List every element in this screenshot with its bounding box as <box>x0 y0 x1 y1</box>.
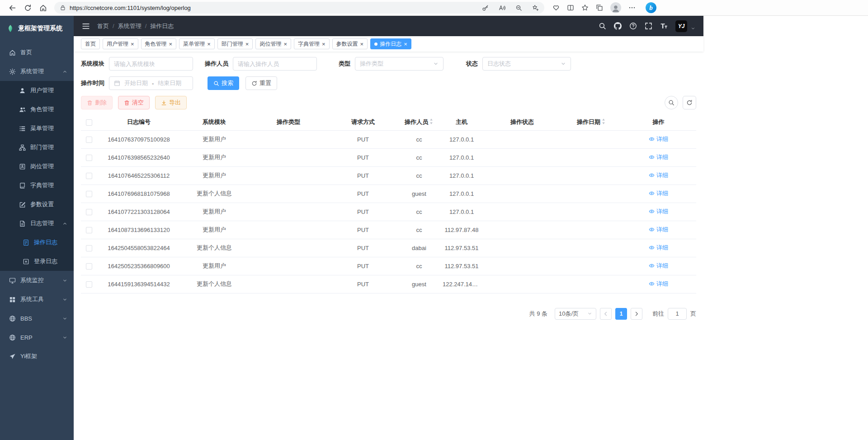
detail-link[interactable]: 详细 <box>649 135 668 143</box>
sidebar-item[interactable]: 系统监控 <box>0 271 74 290</box>
key-icon[interactable] <box>482 5 489 11</box>
favorites-icon[interactable] <box>581 4 589 11</box>
sidebar-item[interactable]: 参数设置 <box>0 195 74 214</box>
tab-close-icon[interactable]: × <box>131 41 134 47</box>
status-select[interactable]: 日志状态 <box>482 57 571 71</box>
font-size-icon[interactable] <box>660 22 668 30</box>
export-button[interactable]: 导出 <box>155 96 187 109</box>
sidebar-item[interactable]: BBS <box>0 309 74 328</box>
row-checkbox[interactable] <box>86 173 92 179</box>
avatar-caret-icon[interactable] <box>691 26 695 31</box>
sidebar-item[interactable]: 日志管理 <box>0 214 74 233</box>
zoom-out-icon[interactable] <box>515 5 522 11</box>
sort-icon[interactable] <box>429 118 434 125</box>
row-checkbox[interactable] <box>86 245 92 251</box>
tab-close-icon[interactable]: × <box>169 41 173 47</box>
column-header[interactable]: 系统模块 <box>180 114 248 130</box>
tab[interactable]: 岗位管理 × <box>255 38 291 49</box>
detail-link[interactable]: 详细 <box>649 280 668 288</box>
column-header[interactable]: 操作日期 <box>562 114 621 130</box>
back-icon[interactable] <box>5 1 20 14</box>
detail-link[interactable]: 详细 <box>649 171 668 180</box>
address-bar[interactable]: https://ccnetcore.com:1101/system/log/op… <box>54 2 544 14</box>
sidebar-item[interactable]: 登录日志 <box>0 252 74 271</box>
column-header[interactable]: 主机 <box>441 114 482 130</box>
column-header[interactable]: 日志编号 <box>97 114 180 130</box>
column-header[interactable]: 操作状态 <box>482 114 562 130</box>
breadcrumb-item[interactable]: 操作日志 <box>150 22 174 30</box>
sidebar-item[interactable]: 操作日志 <box>0 233 74 252</box>
github-icon[interactable] <box>614 22 622 30</box>
row-checkbox[interactable] <box>86 155 92 161</box>
clear-button[interactable]: 清空 <box>118 96 150 109</box>
next-page-button[interactable] <box>631 308 642 320</box>
read-aloud-icon[interactable] <box>499 5 505 11</box>
url-text[interactable]: https://ccnetcore.com:1101/system/log/op… <box>70 5 191 11</box>
tab[interactable]: 菜单管理 × <box>179 38 215 49</box>
row-checkbox[interactable] <box>86 191 92 197</box>
profile-avatar[interactable] <box>610 2 621 13</box>
select-all-checkbox[interactable] <box>86 119 92 126</box>
detail-link[interactable]: 详细 <box>649 262 668 270</box>
column-header[interactable]: 操作人员 <box>397 114 441 130</box>
sidebar-item[interactable]: 部门管理 <box>0 138 74 157</box>
sidebar-item[interactable]: 字典管理 <box>0 176 74 195</box>
row-checkbox[interactable] <box>86 137 92 143</box>
tab-close-icon[interactable]: × <box>360 41 364 47</box>
tab[interactable]: 参数设置 × <box>332 38 368 49</box>
prev-page-button[interactable] <box>600 308 612 320</box>
row-checkbox[interactable] <box>86 209 92 215</box>
tab[interactable]: 操作日志 × <box>370 38 411 49</box>
detail-link[interactable]: 详细 <box>649 208 668 216</box>
tab-close-icon[interactable]: × <box>404 41 407 47</box>
row-checkbox[interactable] <box>86 281 92 288</box>
select-all-header[interactable] <box>81 114 97 130</box>
fullscreen-icon[interactable] <box>645 22 652 30</box>
sidebar-item[interactable]: ERP <box>0 328 74 347</box>
sidebar-item[interactable]: 岗位管理 <box>0 157 74 176</box>
detail-link[interactable]: 详细 <box>649 189 668 198</box>
breadcrumb-item[interactable]: 系统管理 <box>118 22 142 30</box>
browser-essentials-icon[interactable] <box>552 4 560 11</box>
user-avatar[interactable]: YJ <box>675 20 687 32</box>
sidebar-item[interactable]: Yi框架 <box>0 347 74 366</box>
operator-input[interactable] <box>233 57 317 71</box>
search-button[interactable]: 搜索 <box>208 76 239 90</box>
collapse-sidebar-icon[interactable] <box>82 22 90 30</box>
toggle-search-button[interactable] <box>665 96 678 109</box>
detail-link[interactable]: 详细 <box>649 226 668 234</box>
sidebar-item[interactable]: 系统管理 <box>0 62 74 81</box>
sidebar-item[interactable]: 系统工具 <box>0 290 74 309</box>
tab-close-icon[interactable]: × <box>207 41 211 47</box>
row-checkbox[interactable] <box>86 263 92 270</box>
tab[interactable]: 字典管理 × <box>294 38 330 49</box>
refresh-table-button[interactable] <box>683 96 696 109</box>
detail-link[interactable]: 详细 <box>649 153 668 161</box>
goto-page-input[interactable] <box>668 308 687 320</box>
tab-close-icon[interactable]: × <box>245 41 249 47</box>
column-header[interactable]: 请求方式 <box>329 114 397 130</box>
question-icon[interactable] <box>629 22 637 30</box>
tab-close-icon[interactable]: × <box>322 41 326 47</box>
sidebar-item[interactable]: 首页 <box>0 43 74 62</box>
breadcrumb-item[interactable]: 首页 <box>97 22 109 30</box>
tab[interactable]: 角色管理 × <box>141 38 177 49</box>
page-1-button[interactable]: 1 <box>615 308 627 320</box>
settings-ellipsis-icon[interactable] <box>628 4 636 11</box>
reset-button[interactable]: 重置 <box>245 76 277 90</box>
tab[interactable]: 部门管理 × <box>217 38 253 49</box>
date-range-picker[interactable]: 开始日期 - 结束日期 <box>109 76 193 90</box>
sort-icon[interactable] <box>601 118 606 125</box>
home-icon[interactable] <box>35 1 51 14</box>
add-favorite-icon[interactable] <box>532 5 539 11</box>
tab[interactable]: 首页 × <box>81 38 100 49</box>
sidebar-item[interactable]: 角色管理 <box>0 100 74 119</box>
row-checkbox[interactable] <box>86 227 92 233</box>
page-size-select[interactable]: 10条/页 <box>555 308 596 320</box>
sidebar-item[interactable]: 用户管理 <box>0 81 74 100</box>
sidebar-item[interactable]: 菜单管理 <box>0 119 74 138</box>
split-screen-icon[interactable] <box>567 4 574 11</box>
tab[interactable]: 用户管理 × <box>103 38 138 49</box>
detail-link[interactable]: 详细 <box>649 244 668 252</box>
type-select[interactable]: 操作类型 <box>355 57 443 71</box>
